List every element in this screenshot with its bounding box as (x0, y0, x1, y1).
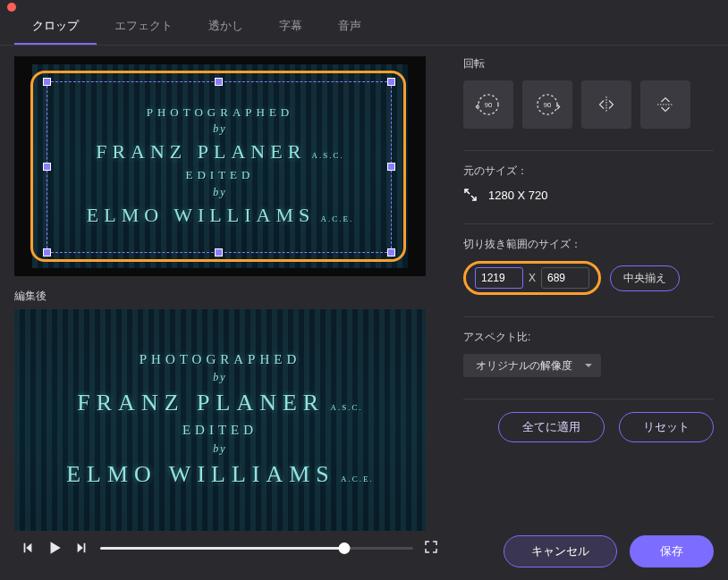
next-frame-button[interactable] (73, 540, 89, 556)
x-separator: X (529, 272, 536, 284)
crop-handle-e[interactable] (387, 163, 395, 171)
expand-icon (463, 188, 478, 202)
crop-handle-n[interactable] (215, 78, 223, 86)
crop-region[interactable] (47, 81, 392, 253)
crop-handle-s[interactable] (215, 248, 223, 256)
tab-audio[interactable]: 音声 (320, 9, 379, 45)
seek-bar[interactable] (100, 547, 413, 550)
save-button[interactable]: 保存 (630, 535, 714, 567)
crop-handle-nw[interactable] (43, 78, 51, 86)
tab-crop[interactable]: クロップ (14, 9, 97, 45)
aspect-select[interactable]: オリジナルの解像度 (463, 354, 601, 377)
prev-frame-button[interactable] (20, 540, 36, 556)
play-button[interactable] (47, 540, 63, 556)
crop-handle-ne[interactable] (387, 78, 395, 86)
video-frame-after: PHOTOGRAPHED by FRANZ PLANER A.S.C. EDIT… (14, 309, 426, 531)
center-button[interactable]: 中央揃え (610, 265, 680, 291)
rotate-cw-button[interactable]: 90 (522, 80, 572, 129)
crop-handle-sw[interactable] (43, 248, 51, 256)
after-label: 編集後 (14, 289, 445, 304)
crop-handle-w[interactable] (43, 163, 51, 171)
cancel-button[interactable]: キャンセル (504, 535, 617, 567)
reset-button[interactable]: リセット (619, 412, 714, 442)
crop-size-label: 切り抜き範囲のサイズ： (463, 237, 714, 252)
preview-original[interactable]: PHOTOGRAPHED by FRANZ PLANER A.S.C. EDIT… (14, 56, 426, 276)
seek-thumb[interactable] (339, 542, 351, 554)
original-size-row: 1280 X 720 (463, 188, 714, 202)
crop-handle-se[interactable] (387, 248, 395, 256)
flip-horizontal-button[interactable] (581, 80, 631, 129)
seek-fill (100, 547, 344, 550)
tab-watermark[interactable]: 透かし (190, 9, 261, 45)
original-size-value: 1280 X 720 (488, 189, 548, 202)
rotate-title: 回転 (463, 56, 714, 71)
preview-after: PHOTOGRAPHED by FRANZ PLANER A.S.C. EDIT… (14, 309, 426, 531)
svg-text:90: 90 (544, 101, 552, 109)
apply-all-button[interactable]: 全てに適用 (498, 412, 605, 442)
video-credits-after: PHOTOGRAPHED by FRANZ PLANER A.S.C. EDIT… (66, 349, 374, 492)
tab-effect[interactable]: エフェクト (97, 9, 190, 45)
tab-subtitle[interactable]: 字幕 (261, 9, 320, 45)
tabbar: クロップ エフェクト 透かし 字幕 音声 (0, 9, 728, 46)
crop-size-highlight-ring: X (463, 261, 601, 295)
flip-vertical-button[interactable] (640, 80, 690, 129)
aspect-label: アスペクト比: (463, 330, 714, 345)
fullscreen-button[interactable] (424, 540, 440, 556)
crop-height-input[interactable] (541, 267, 589, 289)
player-bar (14, 531, 445, 556)
rotate-ccw-button[interactable]: 90 (463, 80, 513, 129)
original-size-label: 元のサイズ： (463, 164, 714, 179)
crop-width-input[interactable] (475, 267, 523, 289)
svg-text:90: 90 (485, 101, 493, 109)
